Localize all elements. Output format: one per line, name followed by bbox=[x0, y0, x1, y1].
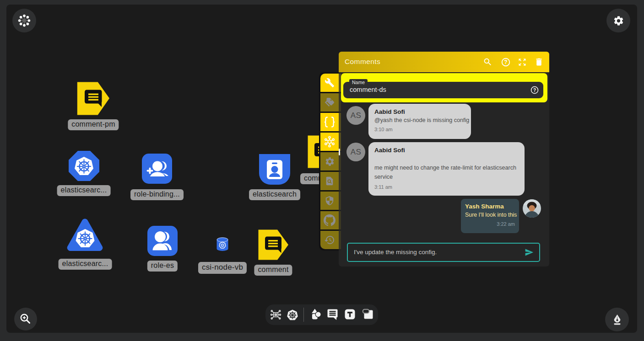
svg-text:?: ? bbox=[533, 88, 536, 93]
svg-text:?: ? bbox=[504, 59, 507, 65]
